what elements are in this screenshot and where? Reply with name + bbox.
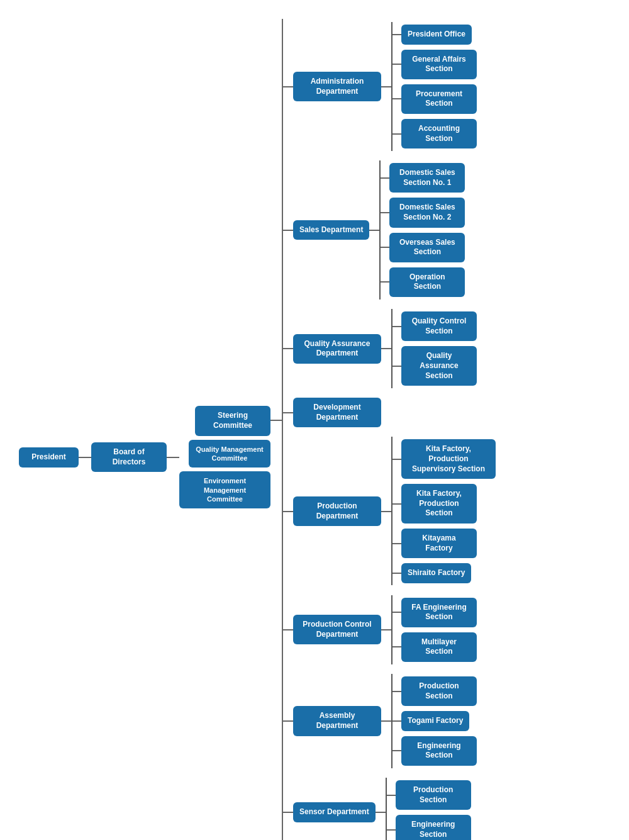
dev-dept-node: Development Department [293,398,381,427]
kitayama-node: Kitayama Factory [401,529,477,558]
admin-dept-node: Administration Department [293,72,381,101]
multilayer-node: Multilayer Section [401,632,477,662]
kita-supervisory-node: Kita Factory, Production Supervisory Sec… [401,439,496,479]
operation-node: Operation Section [389,267,465,297]
procurement-row: Procurement Section [392,84,477,114]
sales-dept-block: Sales Department Domestic Sales Section … [283,160,496,300]
conn-admin-r [381,86,391,87]
procurement-node: Procurement Section [401,84,477,114]
president-office-row: President Office [392,25,477,45]
domestic-sales-2-node: Domestic Sales Section No. 2 [389,198,465,227]
kita-production-node: Kita Factory, Production Section [401,484,477,524]
overseas-sales-node: Overseas Sales Section [389,233,465,262]
board-node: Board of Directors [91,442,167,472]
shiraito-node: Shiraito Factory [401,563,471,583]
qa-dept-block: Quality Assurance Department Quality Con… [283,309,496,388]
qa-dept-node: Quality Assurance Department [293,334,381,364]
assembly-dept-block: Assembly Department Production Section T… [283,674,496,768]
general-affairs-node: General Affairs Section [401,50,477,79]
qmc-node: Quality Management Committee [189,440,270,468]
assembly-production-node: Production Section [401,676,477,706]
sensor-dept-node: Sensor Department [293,802,376,822]
steering-node: Steering Committee [195,406,270,435]
togami-node: Togami Factory [401,711,469,731]
sensor-dept-block: Sensor Department Production Section Eng… [283,778,496,840]
connector-board-steering [167,457,179,458]
assembly-engineering-node: Engineering Section [401,736,477,766]
prod-ctrl-dept-node: Production Control Department [293,615,381,644]
sales-dept-node: Sales Department [293,220,369,240]
quality-control-node: Quality Control Section [401,311,477,341]
quality-assurance-sec-node: Quality Assurance Section [401,346,477,386]
prod-dept-block: Production Department Kita Factory, Prod… [283,437,496,585]
accounting-node: Accounting Section [401,119,477,148]
fa-engineering-node: FA Engineering Section [401,598,477,627]
domestic-sales-1-node: Domestic Sales Section No. 1 [389,163,465,193]
accounting-row: Accounting Section [392,119,477,148]
president-office-node: President Office [401,25,472,45]
sensor-engineering-node: Engineering Section [396,815,471,840]
admin-dept-block: Administration Department President Offi… [283,22,496,151]
connector-president-board [79,457,91,458]
sensor-production-node: Production Section [396,780,471,810]
conn-admin [283,86,293,87]
prod-ctrl-dept-block: Production Control Department FA Enginee… [283,595,496,664]
prod-dept-node: Production Department [293,496,381,526]
president-node: President [19,447,79,468]
org-chart: President Board of Directors Steering Co… [13,13,616,840]
emc-node: Environment Management Committee [179,471,270,508]
general-affairs-row: General Affairs Section [392,50,477,79]
assembly-dept-node: Assembly Department [293,706,381,736]
dev-dept-block: Development Department [283,398,496,427]
connector-steering-depts [270,420,282,421]
